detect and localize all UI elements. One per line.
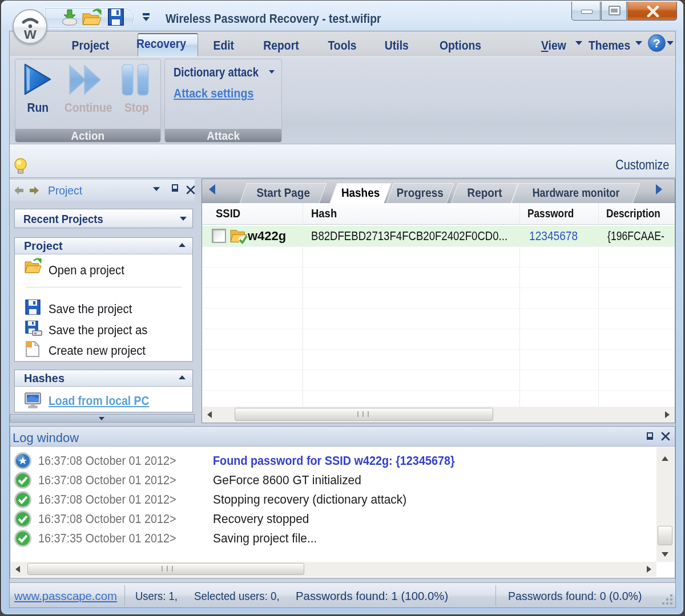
- svg-text:w: w: [23, 25, 37, 42]
